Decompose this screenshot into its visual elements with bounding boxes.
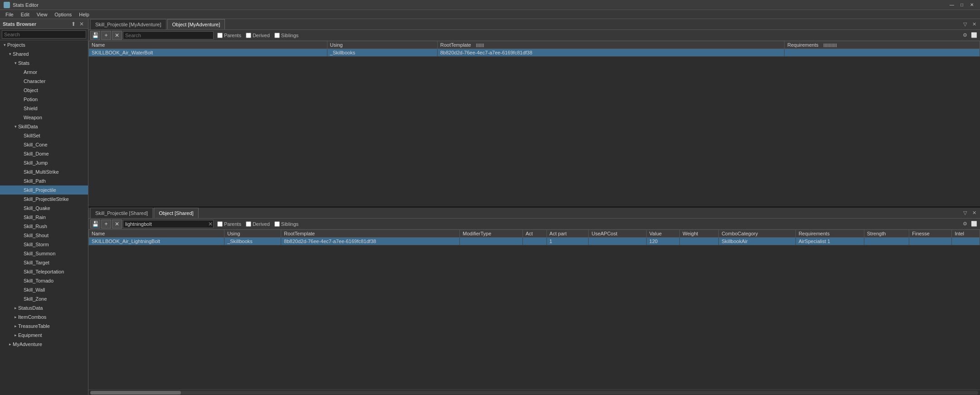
bottom-parents-checkbox[interactable] [217,221,223,227]
bottom-search-clear-button[interactable]: ✕ [208,221,213,227]
bottom-scrollbar-thumb[interactable] [90,391,181,395]
sidebar-item-object[interactable]: Object [0,86,88,95]
sidebar-item-shared[interactable]: ▾Shared [0,49,88,59]
sidebar-item-equipment[interactable]: ▸Equipment+ [0,331,88,340]
bottom-table: NameUsingRootTemplateModifierTypeActAct … [88,229,980,245]
sidebar-item-weapon[interactable]: Weapon [0,113,88,122]
grid-mark [824,44,824,47]
grid-mark [830,44,831,47]
sidebar-item-skill_target[interactable]: Skill_Target [0,258,88,267]
sidebar-item-myadventure[interactable]: ▸MyAdventure [0,340,88,349]
top-parents-checkbox-label[interactable]: Parents [217,33,241,38]
sidebar-item-skill_quake[interactable]: Skill_Quake [0,204,88,213]
top-siblings-checkbox-label[interactable]: Siblings [274,33,299,38]
top-add-button[interactable]: + [101,31,111,40]
sidebar-item-skilldata[interactable]: ▾SkillData+ [0,122,88,131]
sidebar-item-skill_multistrike[interactable]: Skill_MultiStrike [0,167,88,176]
top-filter-options: Parents Derived Siblings [217,33,298,38]
bottom-panel-expand-button[interactable]: ⬜ [970,220,978,228]
sidebar-item-skill_shout[interactable]: Skill_Shout [0,231,88,240]
menu-view[interactable]: View [33,10,51,19]
bottom-add-button[interactable]: + [101,219,111,229]
tree-item-label: Skill_Summon [24,251,55,256]
title-bar-text: Stats Editor [13,2,947,8]
table-row[interactable]: SKILLBOOK_Air_LightningBolt_Skillbooks8b… [89,238,980,245]
sidebar-item-statusdata[interactable]: ▸StatusData+ [0,303,88,312]
maximize-button[interactable]: □ [957,1,966,9]
bottom-siblings-checkbox[interactable] [274,221,280,227]
tab-skill-projectile-myadventure[interactable]: Skill_Projectile [MyAdventure] [90,19,166,29]
sidebar-item-skill_rain[interactable]: Skill_Rain [0,213,88,222]
sidebar-item-potion[interactable]: Potion [0,95,88,104]
minimize-button[interactable]: — [947,1,956,9]
top-table-header-row: Name Using RootTemplate [89,41,980,49]
bottom-table-container: NameUsingRootTemplateModifierTypeActAct … [88,229,980,390]
sidebar-item-skill_rush[interactable]: Skill_Rush [0,222,88,231]
bottom-panel-settings-button[interactable]: ⚙ [961,220,969,228]
top-panel-close-button[interactable]: ✕ [970,20,978,29]
sidebar-item-skill_teleportation[interactable]: Skill_Teleportation [0,267,88,276]
top-derived-checkbox[interactable] [246,33,251,38]
sidebar-item-armor[interactable]: Armor [0,68,88,77]
bottom-panel-collapse-button[interactable]: ▽ [961,209,969,217]
top-panel-collapse-button[interactable]: ▽ [961,20,969,29]
bottom-derived-checkbox-label[interactable]: Derived [246,221,270,227]
sidebar-item-skill_zone[interactable]: Skill_Zone [0,294,88,303]
sidebar-item-projects[interactable]: ▾Projects [0,40,88,49]
sidebar-item-skill_wall[interactable]: Skill_Wall [0,285,88,294]
bottom-cell-name: SKILLBOOK_Air_LightningBolt [89,238,224,245]
sidebar-item-itemcombos[interactable]: ▸ItemCombos+ [0,312,88,322]
top-col-root-template: RootTemplate [437,41,785,49]
close-button[interactable]: ✕ [967,1,976,9]
sidebar-expand-button[interactable]: ⬆ [70,20,77,28]
sidebar-item-skill_jump[interactable]: Skill_Jump [0,158,88,167]
menu-file[interactable]: File [2,10,17,19]
tree-item-label: SkillData [18,124,38,129]
sidebar-item-stats[interactable]: ▾Stats+ [0,59,88,68]
sidebar-item-skill_summon[interactable]: Skill_Summon [0,249,88,258]
sidebar-item-skill_cone[interactable]: Skill_Cone [0,140,88,149]
menu-options[interactable]: Options [51,10,75,19]
bottom-save-button[interactable]: 💾 [90,219,100,229]
bottom-horizontal-scrollbar[interactable] [88,390,980,395]
sidebar-item-shield[interactable]: Shield [0,104,88,113]
tree-item-label: Skill_Rain [24,215,46,220]
menu-help[interactable]: Help [75,10,93,19]
menu-edit[interactable]: Edit [17,10,33,19]
top-parents-checkbox[interactable] [217,33,223,38]
bottom-col-weight: Weight [680,230,719,238]
sidebar-item-skill_projectilestrike[interactable]: Skill_ProjectileStrike [0,195,88,204]
sidebar-item-skill_storm[interactable]: Skill_Storm [0,240,88,249]
grid-mark [834,44,835,47]
top-delete-button[interactable]: ✕ [112,31,122,40]
top-panel-expand-button[interactable]: ⬜ [970,31,978,39]
sidebar-item-skill_path[interactable]: Skill_Path [0,176,88,185]
bottom-siblings-checkbox-label[interactable]: Siblings [274,221,299,227]
top-save-button[interactable]: 💾 [90,31,100,40]
sidebar-item-skill_dome[interactable]: Skill_Dome [0,149,88,158]
sidebar-search-input[interactable] [2,30,86,39]
bottom-search-input[interactable] [123,220,214,228]
sidebar-item-skill_projectile[interactable]: Skill_Projectile [0,185,88,195]
sidebar-close-button[interactable]: ✕ [78,20,85,28]
top-derived-checkbox-label[interactable]: Derived [246,33,270,38]
grid-mark [836,44,837,47]
bottom-derived-checkbox[interactable] [246,221,251,227]
tab-object-shared[interactable]: Object [Shared] [154,208,198,218]
sidebar-search-container [0,29,88,40]
bottom-parents-checkbox-label[interactable]: Parents [217,221,241,227]
tab-skill-projectile-shared[interactable]: Skill_Projectile [Shared] [90,208,153,218]
top-panel-settings-button[interactable]: ⚙ [961,31,969,39]
bottom-delete-button[interactable]: ✕ [112,219,122,229]
bottom-panel-close-button[interactable]: ✕ [970,209,978,217]
top-siblings-checkbox[interactable] [274,33,280,38]
grid-mark [833,44,834,47]
sidebar-item-character[interactable]: Character [0,77,88,86]
top-search-input[interactable] [123,31,214,39]
sidebar-item-skill_tornado[interactable]: Skill_Tornado [0,276,88,285]
sidebar-item-skillset[interactable]: SkillSet [0,131,88,140]
sidebar-item-treasuretable[interactable]: ▸TreasureTable+ [0,322,88,331]
tree-item-label: Projects [7,42,25,48]
table-row[interactable]: SKILLBOOK_Air_WaterBolt_Skillbooks8b820d… [89,49,980,57]
tab-object-myadventure[interactable]: Object [MyAdventure] [167,19,225,29]
